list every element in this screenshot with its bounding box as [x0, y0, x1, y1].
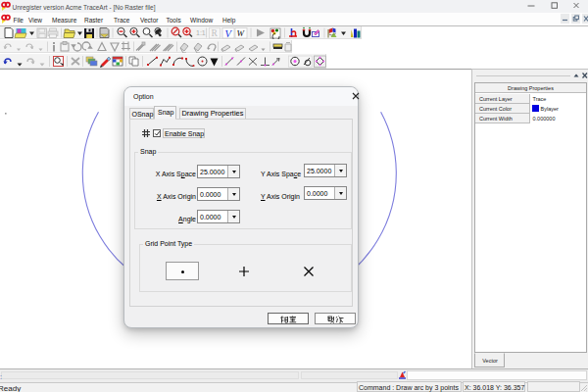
svg-text:1:1: 1:1: [196, 29, 206, 36]
svg-text:R: R: [212, 28, 219, 38]
